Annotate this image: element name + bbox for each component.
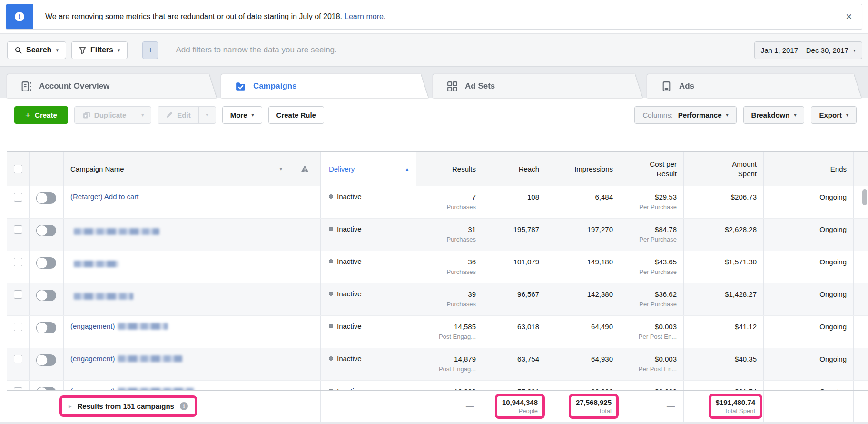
date-range-selector[interactable]: Jan 1, 2017 – Dec 30, 2017 ▾ bbox=[754, 41, 862, 59]
toggle-knob bbox=[36, 290, 48, 301]
campaign-name-column-header[interactable]: Campaign Name ▾ bbox=[64, 152, 289, 186]
sort-ascending-icon: ▲ bbox=[405, 167, 409, 172]
toggle-knob bbox=[36, 192, 48, 204]
row-checkbox[interactable] bbox=[14, 225, 22, 234]
results-column-header[interactable]: Results bbox=[416, 152, 483, 186]
reach-column-header[interactable]: Reach bbox=[483, 152, 546, 186]
delivery-column-header[interactable]: Delivery ▲ bbox=[321, 152, 416, 186]
info-icon: i bbox=[15, 12, 24, 21]
annotation-box-amount-spent: $191,480.74 Total Spent bbox=[709, 394, 762, 419]
columns-button[interactable]: Columns: Performance ▾ bbox=[634, 106, 736, 124]
row-checkbox[interactable] bbox=[14, 258, 22, 266]
campaign-name-cell: (Retarget) Add to cart bbox=[64, 186, 289, 218]
ends-header-label: Ends bbox=[830, 164, 847, 174]
banner-close-button[interactable]: ✕ bbox=[846, 13, 852, 21]
row-select-cell bbox=[7, 251, 30, 283]
row-checkbox[interactable] bbox=[14, 290, 22, 299]
create-button-label: Create bbox=[35, 111, 57, 119]
ads-icon bbox=[661, 81, 672, 92]
ends-column-header[interactable]: Ends bbox=[764, 152, 854, 186]
summary-reach-cell: 10,944,348 People bbox=[483, 391, 546, 422]
more-button[interactable]: More ▾ bbox=[222, 106, 262, 124]
toggle-knob bbox=[36, 354, 48, 366]
summary-label-cell: ▸ Results from 151 campaigns i bbox=[7, 391, 289, 422]
annotation-box-impressions: 27,568,925 Total bbox=[569, 394, 619, 419]
tab-account-overview[interactable]: Account Overview bbox=[7, 74, 217, 98]
campaign-active-toggle[interactable] bbox=[36, 354, 56, 366]
create-button[interactable]: + Create bbox=[14, 106, 68, 124]
expand-chevron-icon[interactable]: ▸ bbox=[69, 403, 72, 410]
campaign-active-toggle[interactable] bbox=[36, 257, 56, 269]
campaign-name-link[interactable] bbox=[70, 293, 133, 300]
amount-spent-column-header[interactable]: Amount Spent bbox=[684, 152, 764, 186]
results-cell: 31 Purchases bbox=[416, 219, 483, 251]
row-select-cell bbox=[7, 283, 30, 315]
tab-campaigns[interactable]: Campaigns bbox=[221, 74, 428, 98]
delivery-cell: Inactive bbox=[321, 219, 416, 251]
summary-impressions-cell: 27,568,925 Total bbox=[546, 391, 620, 422]
cost-per-result-column-header[interactable]: Cost per Result bbox=[620, 152, 684, 186]
vertical-scrollbar-thumb[interactable] bbox=[862, 189, 867, 205]
add-filter-button[interactable]: + bbox=[142, 41, 158, 59]
delivery-status-text: Inactive bbox=[337, 192, 362, 201]
edit-dropdown-button[interactable]: ▾ bbox=[198, 107, 216, 123]
campaign-active-toggle[interactable] bbox=[36, 225, 56, 236]
chevron-down-icon: ▾ bbox=[118, 47, 120, 53]
chevron-down-icon: ▾ bbox=[56, 47, 59, 53]
create-rule-button-label: Create Rule bbox=[276, 111, 316, 119]
row-checkbox[interactable] bbox=[14, 355, 22, 363]
results-cell: 14,585 Post Engag... bbox=[416, 316, 483, 348]
redacted-campaign-name bbox=[118, 323, 168, 330]
table-row: (Retarget) Add to cart Inactive 7 Purcha… bbox=[7, 186, 868, 219]
campaign-active-toggle[interactable] bbox=[36, 192, 56, 204]
amount-spent-cell: $206.73 bbox=[684, 186, 764, 218]
campaign-name-link[interactable] bbox=[70, 228, 159, 235]
summary-reach-label: People bbox=[502, 407, 538, 415]
row-toggle-cell bbox=[30, 348, 64, 380]
tab-ad-sets[interactable]: Ad Sets bbox=[433, 74, 642, 98]
duplicate-button[interactable]: Duplicate bbox=[75, 107, 134, 123]
info-icon[interactable]: i bbox=[180, 402, 188, 410]
filter-placeholder-text[interactable]: Add filters to narrow the data you are s… bbox=[176, 45, 754, 55]
edit-button[interactable]: Edit bbox=[158, 107, 198, 123]
delivery-cell: Inactive bbox=[321, 186, 416, 218]
status-dot-icon bbox=[329, 227, 333, 231]
delivery-cell: Inactive bbox=[321, 348, 416, 380]
campaign-name-cell bbox=[64, 251, 289, 283]
row-checkbox[interactable] bbox=[14, 193, 22, 202]
tab-label: Ad Sets bbox=[465, 81, 495, 91]
campaign-name-link[interactable]: (engagement) bbox=[70, 322, 168, 330]
row-toggle-cell bbox=[30, 219, 64, 251]
annotation-box-campaign-count: ▸ Results from 151 campaigns i bbox=[59, 395, 197, 417]
cost-per-result-cell: $43.65 Per Purchase bbox=[620, 251, 684, 283]
impressions-column-header[interactable]: Impressions bbox=[546, 152, 620, 186]
campaign-active-toggle[interactable] bbox=[36, 290, 56, 301]
duplicate-dropdown-button[interactable]: ▾ bbox=[134, 107, 151, 123]
reach-cell: 101,079 bbox=[483, 251, 546, 283]
tab-ads[interactable]: Ads bbox=[647, 74, 861, 98]
table-row: Inactive 31 Purchases 195,787 197,270 $8… bbox=[7, 219, 868, 251]
breakdown-button[interactable]: Breakdown ▾ bbox=[743, 106, 805, 124]
search-button-label: Search bbox=[26, 46, 51, 54]
row-checkbox[interactable] bbox=[14, 323, 22, 331]
select-all-checkbox[interactable] bbox=[14, 165, 22, 173]
warning-cell bbox=[289, 186, 321, 218]
campaign-name-link[interactable]: (engagement) bbox=[70, 354, 182, 363]
learn-more-link[interactable]: Learn more. bbox=[345, 12, 385, 21]
create-rule-button[interactable]: Create Rule bbox=[268, 106, 324, 124]
row-toggle-cell bbox=[30, 251, 64, 283]
delivery-status-text: Inactive bbox=[337, 257, 362, 265]
export-button[interactable]: Export ▾ bbox=[811, 106, 857, 124]
toggle-column-header bbox=[30, 152, 64, 186]
delivery-status-text: Inactive bbox=[337, 290, 362, 298]
campaign-name-link[interactable]: (Retarget) Add to cart bbox=[70, 192, 138, 201]
filters-button[interactable]: Filters ▾ bbox=[71, 41, 128, 59]
campaign-name-link[interactable] bbox=[70, 261, 119, 267]
search-button[interactable]: Search ▾ bbox=[7, 41, 66, 59]
campaign-active-toggle[interactable] bbox=[36, 322, 56, 333]
level-tabs: Account Overview Campaigns Ad Sets Ads bbox=[0, 67, 868, 98]
warning-cell bbox=[289, 219, 321, 251]
reach-cell: 195,787 bbox=[483, 219, 546, 251]
warning-cell bbox=[289, 251, 321, 283]
tab-label: Ads bbox=[679, 81, 694, 91]
